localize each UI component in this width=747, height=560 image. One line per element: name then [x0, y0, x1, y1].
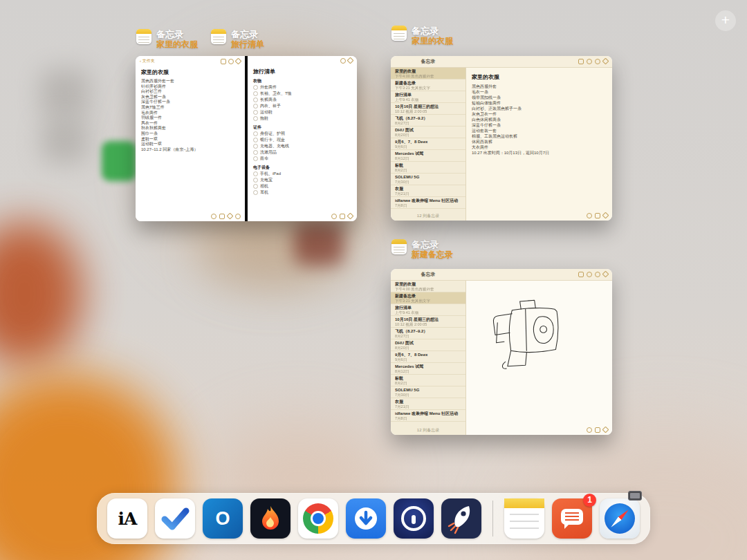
titlebar-label: 备忘录	[391, 56, 465, 67]
window-header-split-left: 备忘录 家里的衣服	[136, 29, 198, 49]
sidebar-note-title: DHU 面试	[395, 341, 461, 346]
note-title: 家里的衣服	[141, 68, 239, 76]
sidebar-note-item: 旅行清单 上午9:41 衣物	[391, 91, 465, 103]
dock-app-flame[interactable]	[250, 498, 290, 539]
notes-sidebar: 家里的衣服 下午4:00 黑色西服外套 新建备忘录 下午3:21 无其他文字 旅…	[391, 68, 466, 221]
dock-app-1password[interactable]	[394, 498, 434, 539]
note-text-line: 10.27–11.2 回家（南京–上海）	[141, 147, 239, 153]
outlook-logo: O	[203, 498, 243, 539]
sidebar-note-title: 家里的衣服	[395, 282, 461, 288]
camera-icon	[219, 214, 225, 219]
compose-icon	[347, 57, 354, 64]
notes-app-icon	[391, 26, 407, 41]
sidebar-note-title: 衣服	[395, 400, 461, 405]
note-text-line: 10.27 出发时间：10月13日，返回10月7日	[472, 150, 607, 156]
sidebar-note-item: 衣服 7月21日	[391, 185, 465, 197]
dock-app-download[interactable]	[346, 498, 386, 539]
note-text-line: 深蓝牛仔裤一条	[141, 100, 239, 105]
note-toolbar	[248, 56, 357, 64]
sidebar-note-preview: 7月8日	[395, 203, 456, 207]
app-expose-screen: { "colors": {"header_subtitle": "#e39a2f…	[0, 0, 747, 560]
window-thumbnail-clothes-note[interactable]: 备忘录 家里的衣服 下午4:00 黑色西服外套 新建备忘录 下午3:21 无其他…	[391, 56, 612, 221]
note-text-line: 羽绒服一件	[141, 115, 239, 121]
note-bottom-toolbar	[466, 427, 612, 433]
note-text-line: 白衬衫、正装黑色裤子一条	[472, 106, 607, 111]
note-title: 家里的衣服	[472, 73, 607, 81]
sidebar-note-item: 9月6、7、8 Deex 9月6日	[391, 351, 465, 363]
notes-app-icon	[211, 29, 226, 44]
checklist-item: 拖鞋	[253, 115, 351, 122]
window-titlebar: 备忘录	[391, 56, 612, 68]
camera-icon	[340, 214, 345, 219]
sidebar-note-title: idfanwe 改装伸缩 Menu 社区活动	[395, 198, 461, 204]
note-text-line: 白色休闲裤两条	[472, 117, 607, 122]
window-title: 家里的衣服	[156, 39, 198, 49]
window-title: 旅行清单	[231, 39, 264, 49]
notes-count-label: 12 则备忘录	[391, 213, 465, 219]
notification-badge: 1	[583, 494, 596, 507]
titlebar-icons	[578, 59, 608, 64]
new-note-window-button[interactable]: +	[715, 10, 736, 31]
window-thumbnail-split-view[interactable]: ‹ 文件夹 家里的衣服 黑色西服外套一套针织开衫两件白衬衫三件灰色卫裤一条深蓝牛…	[136, 56, 357, 221]
sidebar-note-preview: 上午9:41 衣物	[395, 97, 456, 102]
dock-app-chrome[interactable]	[298, 498, 338, 539]
sidebar-note-title: 旅行清单	[395, 306, 461, 311]
checklist-item: 银行卡、现金	[253, 137, 351, 143]
notes-app-icon	[136, 29, 151, 44]
screen-mirroring-indicator-icon	[628, 491, 642, 501]
dock-app-rocket[interactable]	[441, 498, 481, 539]
app-name: 备忘录	[231, 29, 264, 39]
note-text-line: 黑色T恤三件	[141, 105, 239, 111]
checklist-item-label: 银行卡、现金	[260, 137, 285, 143]
compose-icon	[602, 271, 609, 278]
sidebar-note-preview: 10:12 视频 2:00:05	[395, 322, 456, 326]
note-text-line: 大衣两件	[472, 144, 607, 150]
checklist-item-label: 电子设备	[253, 165, 270, 171]
sidebar-note-preview: 8月12日	[395, 156, 456, 160]
sidebar-note-preview: 8月20日	[395, 346, 456, 350]
checkbox-circle-icon	[253, 144, 258, 149]
note-pane-clothes: ‹ 文件夹 家里的衣服 黑色西服外套一套针织开衫两件白衬衫三件灰色卫裤一条深蓝牛…	[136, 56, 245, 221]
checklist: 衣物 外套两件 长袖、卫衣、T恤 长裤两条 内衣、袜子 运动鞋	[248, 78, 357, 196]
sidebar-note-title: 新建备忘录	[395, 81, 461, 86]
note-bottom-toolbar	[136, 214, 245, 219]
checklist-item: 雨伞	[253, 156, 351, 162]
dock-app-microsoft-todo[interactable]	[155, 498, 195, 539]
share-icon	[228, 59, 234, 64]
sidebar-note-preview: 下午3:21 无其他文字	[395, 86, 456, 90]
note-body: 黑色西服外套毛衣一条领带黑扣线一条短袖白体恤两件白衬衫、正装黑色裤子一条灰色卫衣…	[466, 84, 612, 156]
checklist-item-label: 充电宝	[260, 177, 273, 183]
dock-app-orange[interactable]: 1	[552, 498, 592, 539]
markup-icon	[347, 213, 354, 220]
wallpaper-blob	[201, 221, 346, 290]
grid-icon	[221, 59, 226, 64]
share-icon	[595, 272, 600, 277]
sidebar-note-title: 家里的衣服	[395, 69, 461, 75]
window-thumbnail-sketch-note[interactable]: 备忘录 家里的衣服 下午4:00 黑色西服外套 新建备忘录 下午3:21 无其他…	[391, 269, 612, 435]
sidebar-note-preview: 8月20日	[395, 133, 456, 137]
note-toolbar: ‹ 文件夹	[136, 56, 245, 65]
grid-icon	[578, 272, 584, 277]
dock-app-outlook[interactable]: O	[203, 498, 243, 539]
grid-icon	[578, 59, 584, 64]
ia-writer-logo: iA	[107, 498, 147, 539]
dock-app-ia-writer[interactable]: iA	[107, 498, 147, 539]
dock-divider	[492, 501, 493, 536]
sidebar-note-item: 10月16日 星期三的想法 10:12 视频 2:00:05	[391, 316, 465, 328]
sidebar-note-title: 飞机（8.27–9.2）	[395, 116, 461, 122]
sidebar-note-item: 新建备忘录 下午3:21 无其他文字	[391, 292, 465, 304]
note-text-line: 针织开衫两件	[141, 84, 239, 90]
window-titlebar: 备忘录	[391, 269, 612, 281]
checkbox-circle-icon	[253, 138, 258, 142]
window-header-text: 备忘录 家里的衣服	[156, 29, 198, 49]
wallpaper-blob	[294, 223, 344, 265]
dock-app-notes[interactable]	[504, 498, 544, 539]
keyhole-slot-icon	[412, 515, 416, 524]
checklist-item-label: 外套两件	[260, 84, 277, 91]
titlebar-icons	[578, 272, 608, 277]
sidebar-note-preview: 10:12 视频 2:00:05	[395, 109, 456, 113]
sidebar-note-item: 10月16日 星期三的想法 10:12 视频 2:00:05	[391, 103, 465, 115]
window-header-text: 备忘录 旅行清单	[231, 29, 264, 49]
dock-app-safari[interactable]	[600, 498, 640, 539]
sidebar-note-preview: 7月21日	[395, 404, 456, 409]
